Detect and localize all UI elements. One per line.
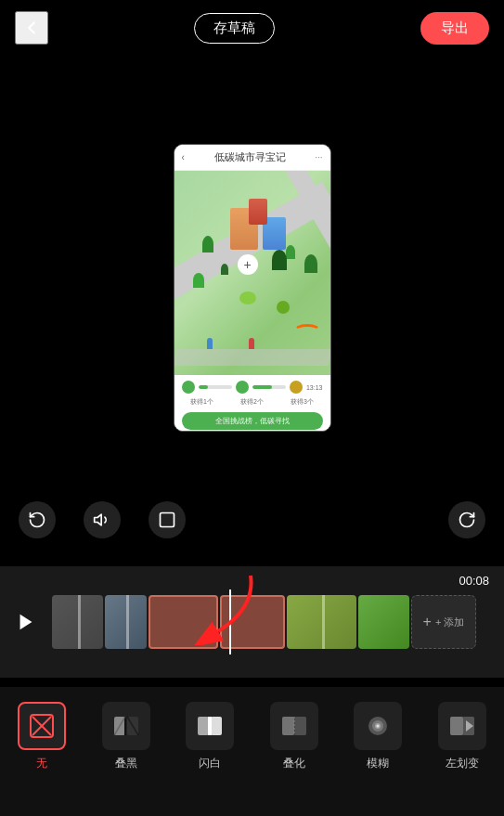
plus-marker: + bbox=[238, 254, 258, 275]
redo-button[interactable] bbox=[448, 501, 485, 538]
export-button[interactable]: 导出 bbox=[420, 12, 489, 45]
phone-bottom: 13:13 获得1个 获得2个 获得3个 全国挑战榜，低碳寻找 bbox=[174, 375, 330, 432]
svg-rect-13 bbox=[211, 717, 222, 735]
blur-icon bbox=[354, 702, 402, 750]
track-clip-2[interactable] bbox=[105, 595, 147, 649]
progress-bar-1 bbox=[199, 385, 232, 389]
transition-fade-black[interactable]: 叠黑 bbox=[102, 702, 150, 771]
controls-row bbox=[0, 492, 504, 548]
svg-rect-24 bbox=[450, 717, 463, 735]
transition-dissolve[interactable]: 叠化 bbox=[270, 702, 318, 771]
timeline-area: 00:08 + + 添加 bbox=[0, 566, 504, 678]
volume-button[interactable] bbox=[84, 501, 121, 538]
timeline-time: 00:08 bbox=[459, 574, 489, 588]
fade-black-icon bbox=[102, 702, 150, 750]
progress-dot-1 bbox=[182, 381, 195, 394]
svg-rect-14 bbox=[208, 717, 212, 735]
phone-preview: ‹ 低碳城市寻宝记 ··· bbox=[174, 144, 331, 432]
progress-label-3: 获得3个 bbox=[282, 397, 323, 407]
tree-6 bbox=[193, 273, 204, 288]
transition-flash-white[interactable]: 闪白 bbox=[186, 702, 234, 771]
svg-marker-0 bbox=[95, 514, 102, 525]
fade-black-label: 叠黑 bbox=[115, 756, 137, 771]
transition-blur[interactable]: 模糊 bbox=[354, 702, 402, 771]
flash-white-icon bbox=[186, 702, 234, 750]
slide-left-icon bbox=[438, 702, 486, 750]
track-clip-6[interactable] bbox=[358, 595, 409, 649]
progress-bar-2 bbox=[252, 385, 286, 389]
add-clip-button[interactable]: + + 添加 bbox=[411, 595, 476, 649]
rainbow-arc bbox=[293, 324, 321, 338]
tree-3 bbox=[304, 254, 317, 273]
figure-1 bbox=[207, 338, 213, 349]
none-label: 无 bbox=[36, 756, 47, 771]
bush-2 bbox=[277, 301, 290, 314]
rotate-button[interactable] bbox=[19, 501, 56, 538]
timeline-playhead bbox=[229, 589, 231, 654]
progress-label-1: 获得1个 bbox=[182, 397, 223, 407]
figure-2 bbox=[249, 338, 254, 349]
dissolve-label: 叠化 bbox=[283, 756, 305, 771]
svg-marker-2 bbox=[20, 615, 32, 630]
slide-left-label: 左划变 bbox=[446, 756, 479, 771]
phone-title: 低碳城市寻宝记 bbox=[214, 150, 286, 164]
transition-none[interactable]: 无 bbox=[18, 702, 66, 771]
none-icon bbox=[18, 702, 66, 750]
progress-row-1: 13:13 bbox=[182, 381, 323, 394]
svg-rect-17 bbox=[295, 717, 306, 735]
phone-menu: ··· bbox=[315, 152, 322, 162]
phone-content: + bbox=[174, 171, 330, 375]
crop-button[interactable] bbox=[149, 501, 186, 538]
building-3 bbox=[249, 199, 267, 225]
tree-4 bbox=[221, 264, 228, 275]
svg-rect-12 bbox=[198, 717, 209, 735]
time-label: 13:13 bbox=[306, 384, 323, 391]
progress-dot-2 bbox=[236, 381, 249, 394]
city-scene: + bbox=[174, 171, 330, 375]
svg-rect-16 bbox=[282, 717, 294, 735]
add-clip-label: + 添加 bbox=[435, 615, 464, 629]
tree-2 bbox=[286, 245, 295, 259]
transition-slide-left[interactable]: 左划变 bbox=[438, 702, 486, 771]
track-container: + + 添加 bbox=[48, 589, 504, 654]
header: 存草稿 导出 bbox=[0, 0, 504, 56]
flash-white-label: 闪白 bbox=[199, 756, 221, 771]
track-clip-3[interactable] bbox=[149, 595, 218, 649]
save-draft-button[interactable]: 存草稿 bbox=[194, 13, 275, 44]
track-clip-1[interactable] bbox=[52, 595, 103, 649]
svg-point-22 bbox=[377, 725, 380, 728]
play-button[interactable] bbox=[9, 605, 43, 639]
progress-label-2: 获得2个 bbox=[232, 397, 273, 407]
blur-label: 模糊 bbox=[367, 756, 389, 771]
progress-labels-row: 获得1个 获得2个 获得3个 bbox=[182, 397, 323, 407]
back-button[interactable] bbox=[15, 11, 48, 45]
phone-header: ‹ 低碳城市寻宝记 ··· bbox=[174, 145, 330, 171]
track-clip-5[interactable] bbox=[287, 595, 356, 649]
phone-action-button[interactable]: 全国挑战榜，低碳寻找 bbox=[182, 412, 323, 430]
road-3 bbox=[174, 349, 330, 366]
dissolve-icon bbox=[270, 702, 318, 750]
back-icon-phone: ‹ bbox=[182, 152, 185, 162]
preview-area: ‹ 低碳城市寻宝记 ··· bbox=[0, 56, 504, 520]
svg-rect-1 bbox=[161, 513, 174, 527]
tree-1 bbox=[202, 236, 213, 253]
progress-dot-3 bbox=[290, 381, 303, 394]
bush-1 bbox=[239, 291, 256, 304]
transition-toolbar: 无 叠黑 闪白 bbox=[0, 687, 504, 816]
tree-5 bbox=[272, 250, 287, 270]
